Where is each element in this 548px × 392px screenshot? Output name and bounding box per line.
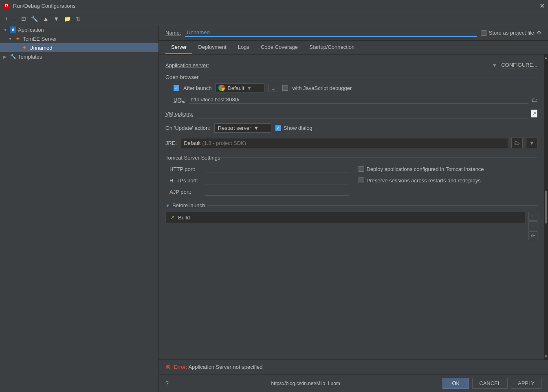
main-area: ▼ A Application ▼ ✦ TomEE Server ✦ Unnam… xyxy=(0,25,548,392)
ajp-port-input[interactable] xyxy=(205,188,349,196)
tomee-icon: ✦ xyxy=(15,35,21,42)
restart-dropdown-arrow: ▼ xyxy=(253,125,259,131)
title-bar: R Run/Debug Configurations ✕ xyxy=(0,0,548,12)
browser-label: Default xyxy=(227,85,244,91)
tomcat-header: Tomcat Server Settings xyxy=(165,155,537,161)
jre-select[interactable]: Default (1.8 - project SDK) xyxy=(180,138,508,148)
tab-logs[interactable]: Logs xyxy=(232,41,255,54)
open-browser-line xyxy=(202,77,537,77)
tomcat-section: Tomcat Server Settings HTTP port: Deploy… xyxy=(165,155,537,196)
before-launch-edit-button[interactable]: ✏ xyxy=(528,231,537,240)
ajp-port-label: AJP port: xyxy=(169,189,202,195)
tomcat-header-line xyxy=(220,158,537,158)
sidebar-item-unnamed[interactable]: ✦ Unnamed xyxy=(0,43,158,52)
store-project-row: Store as project file ⚙ xyxy=(481,30,541,36)
url-input[interactable] xyxy=(189,96,528,104)
apply-button[interactable]: APPLY xyxy=(511,378,541,389)
preserve-sessions-label: Preserve sessions across restarts and re… xyxy=(367,177,481,184)
show-dialog-label: Show dialog xyxy=(284,125,313,131)
error-word: Error: xyxy=(174,364,187,370)
add-config-button[interactable]: + xyxy=(3,15,10,23)
close-button[interactable]: ✕ xyxy=(539,3,545,9)
scroll-up-arrow[interactable]: ▲ xyxy=(544,55,548,60)
tab-deployment[interactable]: Deployment xyxy=(192,41,232,54)
url-row: URL: 🗁 xyxy=(165,96,537,104)
name-input[interactable] xyxy=(185,28,476,37)
tab-startup-connection[interactable]: Startup/Connection xyxy=(304,41,360,54)
chrome-icon xyxy=(218,85,225,91)
sidebar-item-application-label: Application xyxy=(18,27,44,33)
toolbar: + − ⊡ 🔧 ▲ ▼ 📁 ⇅ xyxy=(0,12,548,25)
before-launch-remove-button[interactable]: − xyxy=(528,221,537,230)
open-browser-section: Open browser ✓ After launch Default ▼ ..… xyxy=(165,74,537,104)
name-label: Name: xyxy=(165,30,181,36)
sidebar-item-templates[interactable]: ▶ 🔧 Templates xyxy=(0,52,158,61)
jre-folder-button[interactable]: 🗁 xyxy=(511,138,523,148)
help-button[interactable]: ? xyxy=(165,380,169,387)
sidebar-item-unnamed-label: Unnamed xyxy=(29,45,52,51)
build-label: Build xyxy=(178,215,190,221)
bottom-bar: ? https://blog.csdn.net/Milo_Luom OK CAN… xyxy=(159,374,548,392)
vm-expand-button[interactable]: ↗ xyxy=(531,109,537,118)
move-up-button[interactable]: ▲ xyxy=(41,15,50,23)
scroll-down-arrow[interactable]: ▼ xyxy=(544,354,548,359)
deploy-tomcat-row: Deploy applications configured in Tomcat… xyxy=(359,165,538,173)
http-port-row: HTTP port: xyxy=(169,165,349,173)
vm-row: VM options: ↗ xyxy=(165,109,537,118)
http-port-input[interactable] xyxy=(205,165,349,173)
deploy-tomcat-checkbox[interactable] xyxy=(359,166,364,172)
url-folder-icon[interactable]: 🗁 xyxy=(532,96,537,103)
jre-row: JRE: Default (1.8 - project SDK) 🗁 ▼ xyxy=(165,138,537,148)
settings-button[interactable]: 🔧 xyxy=(29,15,40,23)
https-port-input[interactable] xyxy=(205,176,349,184)
folder-button[interactable]: 📁 xyxy=(62,15,73,23)
preserve-sessions-row: Preserve sessions across restarts and re… xyxy=(359,176,538,184)
vm-options-input[interactable] xyxy=(197,109,528,118)
js-debugger-checkbox[interactable] xyxy=(282,85,288,91)
app-server-select[interactable] xyxy=(213,61,488,69)
store-project-checkbox[interactable] xyxy=(481,30,486,36)
sidebar: ▼ A Application ▼ ✦ TomEE Server ✦ Unnam… xyxy=(0,25,159,392)
jre-dropdown-button[interactable]: ▼ xyxy=(526,138,537,148)
jre-label: JRE: xyxy=(165,140,177,146)
remove-config-button[interactable]: − xyxy=(11,15,18,23)
copy-config-button[interactable]: ⊡ xyxy=(20,15,28,23)
sidebar-item-tomee[interactable]: ▼ ✦ TomEE Server xyxy=(0,34,158,43)
tab-code-coverage[interactable]: Code Coverage xyxy=(255,41,304,54)
ajp-port-row: AJP port: xyxy=(169,188,349,196)
scrollbar-thumb[interactable] xyxy=(545,191,547,223)
tomee-expand-arrow: ▼ xyxy=(8,37,13,41)
configure-link[interactable]: CONFIGURE... xyxy=(501,62,537,68)
templates-arrow: ▶ xyxy=(3,55,8,59)
browser-more-button[interactable]: ... xyxy=(268,84,278,92)
application-icon: A xyxy=(10,26,16,33)
bottom-link[interactable]: https://blog.csdn.net/Milo_Luom xyxy=(271,381,340,386)
expand-arrow: ▼ xyxy=(3,28,8,32)
before-launch-line xyxy=(207,205,537,206)
preserve-sessions-checkbox[interactable] xyxy=(359,177,364,183)
title-bar-left: R Run/Debug Configurations xyxy=(3,3,75,9)
https-port-row: HTTPs port: xyxy=(169,176,349,184)
move-down-button[interactable]: ▼ xyxy=(52,15,61,23)
scrollbar[interactable]: ▲ ▼ xyxy=(544,55,548,359)
content-with-scrollbar: Application server: ▼ CONFIGURE... Open … xyxy=(159,55,548,359)
ok-button[interactable]: OK xyxy=(442,378,469,389)
browser-row: ✓ After launch Default ▼ ... with JavaSc… xyxy=(165,83,537,92)
jre-sub: (1.8 - project SDK) xyxy=(202,140,246,146)
show-dialog-checkbox[interactable]: ✓ xyxy=(275,125,281,131)
browser-dropdown-arrow: ▼ xyxy=(247,85,252,91)
before-launch-collapse[interactable]: ▼ xyxy=(165,203,170,208)
sort-button[interactable]: ⇅ xyxy=(74,15,82,23)
tab-server[interactable]: Server xyxy=(165,41,192,54)
after-launch-checkbox[interactable]: ✓ xyxy=(174,85,179,91)
gear-icon[interactable]: ⚙ xyxy=(537,30,541,36)
browser-select[interactable]: Default ▼ xyxy=(216,83,264,92)
cancel-button[interactable]: CANCEL xyxy=(472,378,508,389)
jre-value: Default xyxy=(184,140,200,146)
sidebar-item-application[interactable]: ▼ A Application xyxy=(0,25,158,34)
restart-server-select[interactable]: Restart server ▼ xyxy=(214,123,271,133)
vm-options-label: VM options: xyxy=(165,111,194,117)
before-launch-add-button[interactable]: + xyxy=(528,212,537,221)
show-dialog-row: ✓ Show dialog xyxy=(275,125,313,131)
app-server-dropdown-arrow[interactable]: ▼ xyxy=(492,62,497,68)
